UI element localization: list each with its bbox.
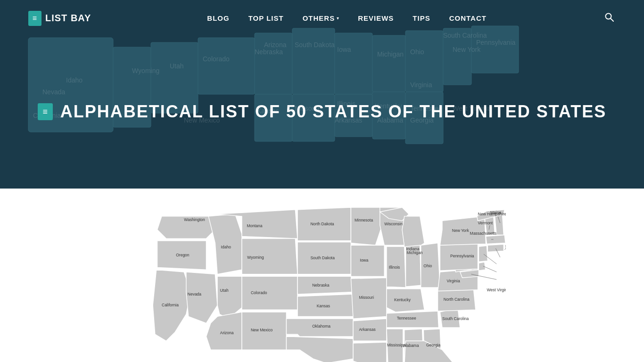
- nav-item-top-list[interactable]: TOP LIST: [248, 14, 284, 23]
- label-new-york: New York: [452, 228, 470, 233]
- label-new-mexico: New Mexico: [251, 328, 273, 332]
- label-ohio: Ohio: [423, 264, 432, 269]
- logo-icon: [28, 11, 41, 26]
- label-mississippi: Mississippi: [387, 343, 406, 347]
- label-michigan: Michigan: [406, 250, 422, 255]
- nav-item-tips[interactable]: TIPS: [413, 14, 430, 23]
- nav-link-others[interactable]: OTHERS: [303, 14, 335, 22]
- nav-item-others[interactable]: OTHERS ▾: [303, 14, 339, 22]
- label-illinois: Illinois: [389, 265, 400, 270]
- hero-title-icon: [38, 103, 53, 120]
- label-kansas: Kansas: [317, 304, 330, 309]
- label-minnesota: Minnesota: [355, 218, 373, 222]
- label-colorado: Colorado: [251, 290, 267, 295]
- nav-link-contact[interactable]: CONTACT: [449, 14, 487, 22]
- label-georgia: Georgia: [426, 343, 441, 347]
- state-idaho: [208, 214, 242, 274]
- state-louisiana: [353, 342, 387, 362]
- nav-link-reviews[interactable]: REVIEWS: [358, 14, 394, 22]
- hero-title-wrap: ALPHABETICAL LIST OF 50 STATES OF THE UN…: [38, 102, 607, 122]
- us-map-svg: Washington Oregon California Nevada Idah…: [138, 207, 506, 362]
- hero-content: ALPHABETICAL LIST OF 50 STATES OF THE UN…: [0, 36, 644, 187]
- logo-text: LIST BAY: [45, 13, 91, 24]
- label-washington: Washington: [184, 217, 205, 222]
- hero-section: Idaho Wyoming Utah Nevada California Col…: [0, 0, 644, 189]
- state-new-jersey: [479, 246, 487, 262]
- search-icon: [604, 12, 614, 22]
- label-arkansas: Arkansas: [359, 327, 375, 332]
- nav-link-top-list[interactable]: TOP LIST: [248, 14, 284, 22]
- nav-link-blog[interactable]: BLOG: [207, 14, 229, 22]
- site-logo[interactable]: LIST BAY: [28, 11, 91, 26]
- state-connecticut: [487, 244, 504, 252]
- label-massachusetts: Massachusetts: [470, 231, 497, 236]
- label-west-virginia: West Virginia: [487, 288, 506, 292]
- label-north-carolina: North Carolina: [444, 297, 470, 302]
- label-iowa: Iowa: [360, 258, 368, 263]
- state-texas: [286, 337, 353, 362]
- label-wisconsin: Wisconsin: [384, 222, 403, 226]
- label-arizona: Arizona: [220, 330, 234, 335]
- map-section: Washington Oregon California Nevada Idah…: [0, 189, 644, 362]
- label-idaho: Idaho: [221, 245, 231, 249]
- label-utah: Utah: [220, 288, 229, 293]
- state-colorado: [242, 276, 297, 310]
- nav-links: BLOG TOP LIST OTHERS ▾ REVIEWS TIPS CONT…: [207, 14, 487, 23]
- label-oklahoma: Oklahoma: [312, 324, 330, 329]
- label-vermont: Vermont: [478, 221, 493, 225]
- label-nebraska: Nebraska: [312, 283, 330, 288]
- nav-item-blog[interactable]: BLOG: [207, 14, 229, 23]
- nav-item-contact[interactable]: CONTACT: [449, 14, 487, 23]
- label-kentucky: Kentucky: [394, 297, 411, 302]
- page-title: ALPHABETICAL LIST OF 50 STATES OF THE UN…: [60, 102, 607, 122]
- label-missouri: Missouri: [359, 295, 374, 300]
- label-north-dakota: North Dakota: [310, 222, 334, 226]
- nav-item-reviews[interactable]: REVIEWS: [358, 14, 394, 23]
- label-montana: Montana: [247, 224, 262, 229]
- state-rhode-island: [504, 244, 506, 250]
- svg-line-17: [611, 18, 613, 21]
- state-minnesota: [351, 207, 382, 245]
- label-california: California: [162, 303, 179, 307]
- label-south-dakota: South Dakota: [310, 256, 335, 261]
- label-tennessee: Tennessee: [397, 316, 416, 321]
- label-maine: Maine: [490, 210, 501, 215]
- search-button[interactable]: [603, 10, 616, 26]
- main-nav: LIST BAY BLOG TOP LIST OTHERS ▾ REVIEWS …: [0, 0, 644, 36]
- chevron-down-icon: ▾: [337, 16, 339, 21]
- state-massachusetts: [486, 235, 506, 244]
- state-nevada: [186, 272, 217, 323]
- label-virginia: Virginia: [446, 279, 460, 283]
- us-map-container: Washington Oregon California Nevada Idah…: [138, 207, 506, 362]
- label-wyoming: Wyoming: [247, 255, 264, 260]
- label-pennsylvania: Pennsylvania: [450, 254, 474, 258]
- nav-link-tips[interactable]: TIPS: [413, 14, 430, 22]
- label-oregon: Oregon: [176, 253, 190, 257]
- label-nevada: Nevada: [188, 292, 202, 296]
- state-delaware: [479, 262, 485, 271]
- label-south-carolina: South Carolina: [442, 316, 469, 321]
